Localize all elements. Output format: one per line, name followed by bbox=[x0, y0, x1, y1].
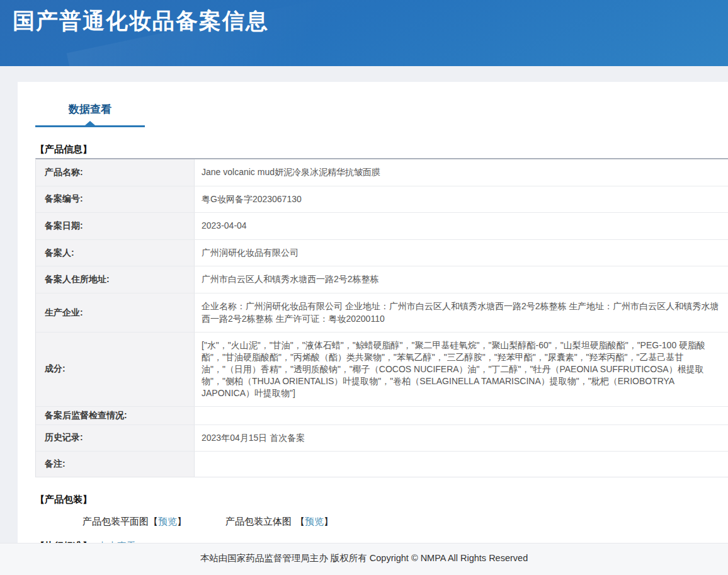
table-row-supervision: 备案后监督检查情况: bbox=[36, 407, 728, 425]
row-value: 广州市白云区人和镇秀水塘西一路2号2栋整栋 bbox=[195, 266, 728, 293]
page-title: 国产普通化妆品备案信息 bbox=[0, 0, 728, 36]
row-value bbox=[195, 407, 728, 424]
row-label: 历史记录: bbox=[36, 425, 195, 452]
packaging-flat-label: 产品包装平面图 bbox=[82, 516, 149, 528]
table-row-registrant-address: 备案人住所地址: 广州市白云区人和镇秀水塘西一路2号2栋整栋 bbox=[36, 266, 728, 293]
table-row-history: 历史记录: 2023年04月15日 首次备案 bbox=[36, 425, 728, 452]
bracket-close: 】 bbox=[324, 516, 333, 528]
table-row-ingredients: 成分: ["水"，"火山泥"，"甘油"，"液体石蜡"，"鲸蜡硬脂醇"，"聚二甲基… bbox=[36, 333, 728, 406]
row-value bbox=[195, 452, 728, 477]
packaging-flat-preview-link[interactable]: 预览 bbox=[158, 516, 177, 528]
table-row-product-name: 产品名称: Jane volcanic mud妍泥冷泉冰泥精华抗皱面膜 bbox=[36, 159, 728, 186]
row-label: 备注: bbox=[36, 452, 195, 477]
bracket-open: 【 bbox=[149, 516, 158, 528]
table-row-registrant: 备案人: 广州润研化妆品有限公司 bbox=[36, 240, 728, 267]
page-footer: 本站由国家药品监督管理局主办 版权所有 Copyright © NMPA All… bbox=[0, 543, 728, 575]
table-row-remarks: 备注: bbox=[36, 452, 728, 477]
row-label: 备案人: bbox=[36, 240, 195, 266]
packaging-heading: 【产品包装】 bbox=[35, 494, 728, 506]
row-value: 广州润研化妆品有限公司 bbox=[195, 240, 728, 266]
row-label: 生产企业: bbox=[36, 293, 195, 332]
product-info-heading: 【产品信息】 bbox=[35, 144, 728, 156]
row-value: 粤G妆网备字2023067130 bbox=[195, 186, 728, 213]
tab-active-underline bbox=[35, 125, 145, 127]
row-label: 成分: bbox=[36, 333, 195, 406]
packaging-stereo-item: 产品包装立体图 【 预览 】 bbox=[225, 516, 333, 528]
tab-bar: 数据查看 bbox=[18, 82, 728, 127]
row-label: 备案人住所地址: bbox=[36, 266, 195, 293]
packaging-stereo-label: 产品包装立体图 bbox=[225, 516, 292, 528]
table-row-manufacturer: 生产企业: 企业名称：广州润研化妆品有限公司 企业地址：广州市白云区人和镇秀水塘… bbox=[36, 293, 728, 333]
row-value: ["水"，"火山泥"，"甘油"，"液体石蜡"，"鲸蜡硬脂醇"，"聚二甲基硅氧烷"… bbox=[195, 333, 728, 406]
row-value: 企业名称：广州润研化妆品有限公司 企业地址：广州市白云区人和镇秀水塘西一路2号2… bbox=[195, 293, 728, 332]
row-label: 备案编号: bbox=[36, 186, 195, 213]
content-card: 数据查看 【产品信息】 产品名称: Jane volcanic mud妍泥冷泉冰… bbox=[18, 82, 728, 543]
row-value: Jane volcanic mud妍泥冷泉冰泥精华抗皱面膜 bbox=[195, 159, 728, 186]
bracket-open: 【 bbox=[295, 516, 305, 528]
row-label: 产品名称: bbox=[36, 159, 195, 186]
packaging-flat-item: 产品包装平面图 【 预览 】 bbox=[82, 516, 186, 528]
packaging-stereo-preview-link[interactable]: 预览 bbox=[305, 516, 324, 528]
packaging-previews: 产品包装平面图 【 预览 】 产品包装立体图 【 预览 】 bbox=[82, 516, 728, 528]
bracket-close: 】 bbox=[177, 516, 186, 528]
tab-arrow-up-icon bbox=[85, 121, 95, 125]
row-label: 备案日期: bbox=[36, 213, 195, 239]
table-row-registration-date: 备案日期: 2023-04-04 bbox=[36, 213, 728, 240]
product-info-table: 产品名称: Jane volcanic mud妍泥冷泉冰泥精华抗皱面膜 备案编号… bbox=[35, 158, 728, 477]
table-row-registration-number: 备案编号: 粤G妆网备字2023067130 bbox=[36, 186, 728, 213]
row-label: 备案后监督检查情况: bbox=[36, 407, 195, 424]
row-value: 2023-04-04 bbox=[195, 213, 728, 239]
row-value: 2023年04月15日 首次备案 bbox=[195, 425, 728, 452]
header-banner: 国产普通化妆品备案信息 bbox=[0, 0, 728, 66]
